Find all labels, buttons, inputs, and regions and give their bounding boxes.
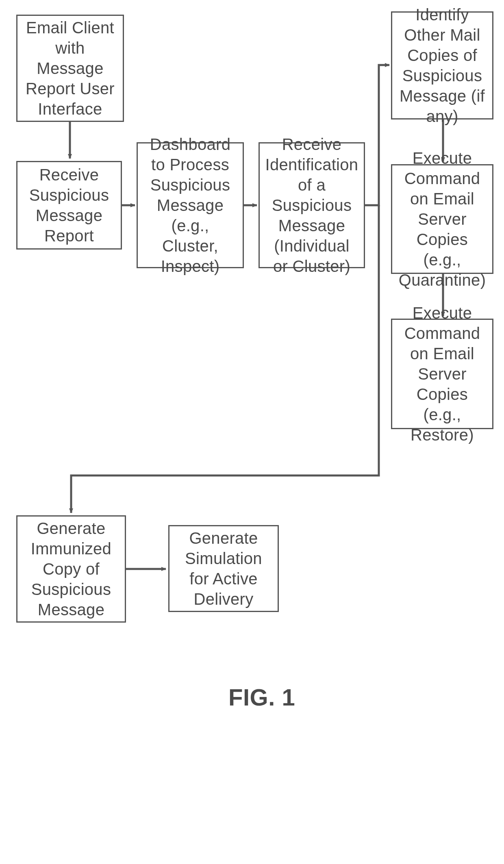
box-text: Execute Command on Email Server Copies (… <box>397 303 487 445</box>
box-receive-identification: Receive Identification of a Suspicious M… <box>259 142 365 268</box>
figure-caption: FIG. 1 <box>228 684 295 711</box>
box-text: Receive Identification of a Suspicious M… <box>265 134 359 276</box>
box-text: Email Client with Message Report User In… <box>22 17 118 119</box>
box-text: Dashboard to Process Suspicious Message … <box>143 134 238 276</box>
box-exec-quarantine: Execute Command on Email Server Copies (… <box>391 164 493 274</box>
box-identify-copies: Identify Other Mail Copies of Suspicious… <box>391 11 493 119</box>
box-generate-immunized: Generate Immunized Copy of Suspicious Me… <box>16 515 126 623</box>
box-generate-simulation: Generate Simulation for Active Delivery <box>168 525 279 612</box>
caption-text: FIG. 1 <box>228 684 295 710</box>
box-text: Receive Suspicious Message Report <box>22 165 116 246</box>
box-exec-restore: Execute Command on Email Server Copies (… <box>391 319 493 429</box>
box-email-client: Email Client with Message Report User In… <box>16 15 124 122</box>
box-receive-report: Receive Suspicious Message Report <box>16 161 122 250</box>
box-dashboard: Dashboard to Process Suspicious Message … <box>137 142 244 268</box>
diagram-canvas: Email Client with Message Report User In… <box>0 0 504 864</box>
box-text: Generate Immunized Copy of Suspicious Me… <box>22 518 120 620</box>
box-text: Execute Command on Email Server Copies (… <box>397 148 487 290</box>
box-text: Identify Other Mail Copies of Suspicious… <box>397 4 487 126</box>
box-text: Generate Simulation for Active Delivery <box>174 528 273 609</box>
